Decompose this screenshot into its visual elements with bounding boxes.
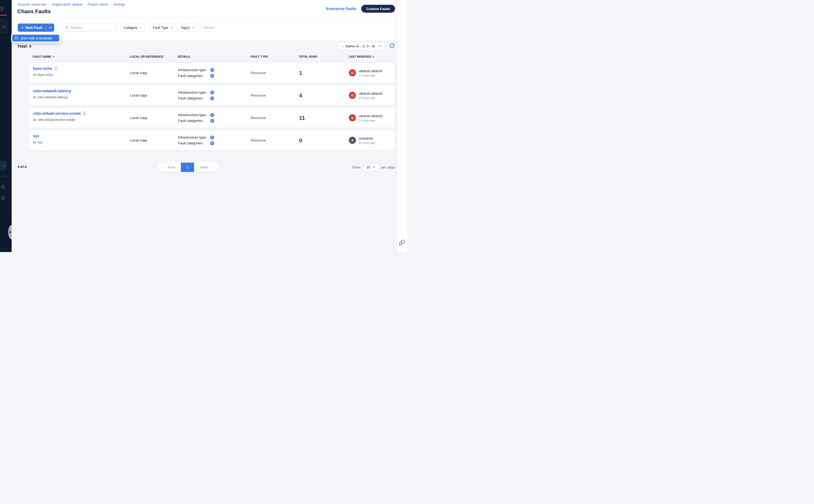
main-area: Account: chaos-dev › Organization: defau… xyxy=(12,0,397,252)
modified-by: utkarsh.utkarsh xyxy=(359,114,382,118)
table-header-row: FAULT NAME▲ LOCAL OR REFERENCE DETAILS F… xyxy=(29,55,395,58)
kubernetes-icon xyxy=(210,74,214,78)
breadcrumb: Account: chaos-dev › Organization: defau… xyxy=(17,3,125,6)
column-local-or-reference: LOCAL OR REFERENCE xyxy=(130,55,178,58)
search-input[interactable] xyxy=(71,26,114,30)
close-icon[interactable]: ✕ xyxy=(140,26,142,29)
new-fault-button[interactable]: + New Fault xyxy=(18,24,54,32)
fault-rows: byoc-echo Id: byoc-echo Local copy Infra… xyxy=(29,63,395,150)
fault-name-link[interactable]: byoc-echo xyxy=(33,66,52,71)
modified-by: utkarsh.utkarsh xyxy=(359,69,382,73)
column-last-modified[interactable]: LAST MODIFIED ▲▼ xyxy=(349,55,395,58)
breadcrumb-organization[interactable]: Organization: default xyxy=(52,3,82,6)
prev-page-button[interactable]: ← Prev xyxy=(158,163,181,172)
per-page-label: per page xyxy=(381,165,395,169)
close-icon[interactable]: ✕ xyxy=(192,26,194,29)
refresh-button[interactable] xyxy=(390,43,395,48)
menu-item-start-with-template[interactable]: Start with a template xyxy=(12,35,59,42)
header-actions: Enterprise Faults Custom Faults xyxy=(326,0,395,17)
fault-categories-label: Fault categories: xyxy=(178,74,210,78)
info-icon[interactable] xyxy=(1,195,5,200)
fault-type: Resource xyxy=(251,138,299,142)
total-count: Total: 4 xyxy=(17,42,31,51)
fault-id: Id: istio-network-latency xyxy=(33,95,130,99)
fault-type: Resource xyxy=(251,93,299,97)
modified-time: 13 days ago xyxy=(359,119,382,122)
show-label: Show xyxy=(352,165,361,169)
breadcrumb-project[interactable]: Project: demo xyxy=(88,3,108,6)
table-row[interactable]: byoc-echo Id: byoc-echo Local copy Infra… xyxy=(29,63,395,83)
kubernetes-icon xyxy=(210,90,214,94)
sort-arrows-icon: ↑↓ xyxy=(341,44,343,48)
breadcrumb-settings[interactable]: Settings xyxy=(113,3,125,6)
avatar: U xyxy=(349,92,356,99)
kubernetes-icon xyxy=(210,113,214,117)
local-or-reference: Local copy xyxy=(130,138,178,142)
breadcrumb-account[interactable]: Account: chaos-dev xyxy=(17,3,47,6)
close-icon[interactable]: ✕ xyxy=(171,26,173,29)
reset-filters-link[interactable]: Reset xyxy=(204,24,214,32)
pagination: ← Prev 1 Next → xyxy=(158,163,218,172)
toolbar: + New Fault Category ✕ Fault Type ✕ Tag(… xyxy=(12,17,397,41)
search-icon xyxy=(65,26,69,29)
modified-by: Ashutosh xyxy=(359,136,375,140)
fault-id: Id: byoc-echo xyxy=(33,73,130,77)
breadcrumb-separator: › xyxy=(49,3,50,6)
modified-time: 13 days ago xyxy=(359,96,382,99)
file-icon[interactable] xyxy=(54,67,58,71)
panel-expand-button[interactable]: › xyxy=(0,161,7,170)
file-icon[interactable] xyxy=(83,112,86,116)
sort-value: Name (A→Z, 0→9) xyxy=(346,44,376,48)
fault-id: Id: istio-virtual-service-create xyxy=(33,118,130,122)
template-icon xyxy=(15,36,18,40)
filter-chip-label: Category xyxy=(124,26,137,30)
support-chat-icon[interactable] xyxy=(399,239,405,246)
filter-chip-label: Fault Type xyxy=(153,26,168,30)
sort-asc-icon: ▲ xyxy=(53,56,55,58)
total-runs: 1 xyxy=(299,70,349,76)
current-page-button[interactable]: 1 xyxy=(181,163,194,172)
table-row[interactable]: istio-network-latency Id: istio-network-… xyxy=(29,85,395,106)
kubernetes-icon xyxy=(210,119,214,123)
chevron-right-icon: › xyxy=(3,164,5,167)
chevron-down-icon xyxy=(379,45,382,47)
page-header: Account: chaos-dev › Organization: defau… xyxy=(12,0,397,17)
fault-id: Id: xyz xyxy=(33,140,130,144)
modified-time: an hour ago xyxy=(359,141,375,144)
table-row[interactable]: istio-virtual-service-create Id: istio-v… xyxy=(29,108,395,128)
fault-type: Resource xyxy=(251,71,299,75)
fault-list-section: Total: 4 ↑↓ Name (A→Z, 0→9) FAULT NAME▲ … xyxy=(12,41,397,252)
plus-icon: + xyxy=(21,25,24,30)
custom-faults-button[interactable]: Custom Faults xyxy=(361,5,395,13)
app-launcher-icon[interactable] xyxy=(0,6,3,11)
page-size-select[interactable]: 10 xyxy=(363,163,378,171)
sidebar-expand-button[interactable]: › xyxy=(0,20,7,33)
modified-time: 13 days ago xyxy=(359,74,382,77)
fault-type: Resource xyxy=(251,116,299,120)
fault-name-link[interactable]: istio-network-latency xyxy=(33,89,71,93)
sidebar-divider xyxy=(0,176,7,176)
table-row[interactable]: xyz Id: xyz Local copy Infrastructure ty… xyxy=(29,130,395,150)
filter-chip-fault-type[interactable]: Fault Type ✕ xyxy=(150,24,176,32)
infrastructure-type-label: Infrastructure type: xyxy=(178,113,210,117)
next-page-button[interactable]: Next → xyxy=(194,163,218,172)
fault-name-link[interactable]: xyz xyxy=(33,134,39,138)
column-total-runs: TOTAL RUNS xyxy=(299,55,349,58)
page-size-control: Show 10 per page xyxy=(352,163,395,171)
fault-name-link[interactable]: istio-virtual-service-create xyxy=(33,111,81,116)
page-title: Chaos Faults xyxy=(17,8,51,15)
filter-chip-tags[interactable]: Tag(s) ✕ xyxy=(177,24,198,32)
filter-chip-category[interactable]: Category ✕ xyxy=(121,24,145,32)
enterprise-faults-link[interactable]: Enterprise Faults xyxy=(326,7,356,11)
infrastructure-type-label: Infrastructure type: xyxy=(178,68,210,72)
sidebar-collapse-handle[interactable] xyxy=(8,225,12,239)
sort-select[interactable]: ↑↓ Name (A→Z, 0→9) xyxy=(338,42,385,51)
search-box xyxy=(62,24,117,32)
new-fault-dropdown-toggle[interactable] xyxy=(46,24,54,32)
avatar: U xyxy=(349,69,356,76)
info-icon[interactable] xyxy=(1,184,5,189)
chevron-right-icon: › xyxy=(3,25,4,28)
column-fault-type: FAULT TYPE xyxy=(250,55,299,58)
column-fault-name[interactable]: FAULT NAME▲ xyxy=(33,55,130,58)
total-runs: 0 xyxy=(299,137,349,144)
